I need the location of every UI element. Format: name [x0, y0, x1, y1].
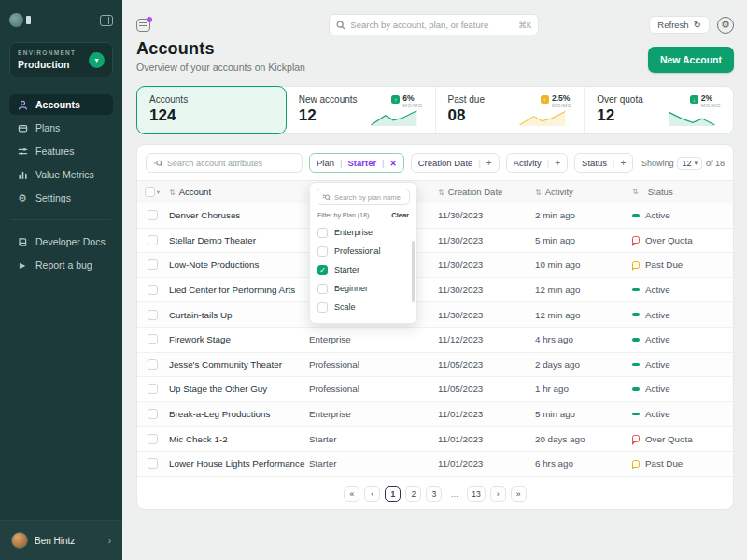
table-row[interactable]: Stellar Demo Theater Starter 11/30/2023 …	[137, 229, 733, 254]
checkbox-icon[interactable]	[317, 246, 328, 257]
sidebar-item-plans[interactable]: Plans	[9, 118, 113, 138]
refresh-button[interactable]: Refresh ↻	[649, 16, 710, 34]
sparkline-down-icon	[663, 109, 721, 127]
plan-option[interactable]: Starter	[317, 260, 410, 279]
remove-filter-icon[interactable]: ✕	[390, 159, 397, 168]
status-icon	[632, 288, 640, 292]
changelog-icon[interactable]	[136, 19, 150, 32]
pagination-button[interactable]: 3	[426, 486, 442, 502]
sort-icon[interactable]: ⇅	[535, 189, 542, 197]
filter-chip[interactable]: Activity | +	[506, 153, 568, 173]
row-checkbox[interactable]	[148, 310, 158, 320]
add-filter-icon[interactable]: +	[620, 158, 626, 168]
checkbox-icon[interactable]	[317, 228, 328, 238]
filter-chip[interactable]: Status | +	[574, 153, 633, 173]
checkbox-icon[interactable]	[317, 302, 328, 313]
environment-selector[interactable]: ENVIRONMENT Production ▾	[9, 42, 113, 77]
pagination-button[interactable]: 13	[467, 486, 485, 502]
table-row[interactable]: Denver Choruses Starter 11/30/2023 2 min…	[137, 203, 733, 229]
checkbox-icon[interactable]	[317, 284, 328, 294]
attribute-search-input[interactable]	[167, 159, 295, 168]
page-size-select[interactable]: 12 ▾	[677, 157, 702, 170]
dropdown-scrollbar[interactable]	[412, 241, 415, 302]
row-checkbox[interactable]	[148, 384, 158, 394]
column-header-creation-date[interactable]: Creation Date	[448, 187, 503, 197]
sort-icon[interactable]: ⇅	[169, 189, 176, 197]
column-header-status[interactable]: Status	[648, 187, 673, 197]
table-row[interactable]: Lied Center for Performing Arts Starter …	[137, 278, 733, 303]
row-checkbox[interactable]	[148, 409, 158, 419]
stat-badge: 2.5%	[552, 94, 571, 103]
account-name: Firework Stage	[167, 334, 309, 344]
sidebar-collapse-icon[interactable]	[100, 15, 113, 26]
trend-down-icon: ↓	[690, 95, 698, 104]
pagination-button[interactable]: 1	[385, 486, 401, 502]
table-row[interactable]: Firework Stage Enterprise 11/12/2023 4 h…	[137, 328, 733, 353]
pagination-button[interactable]: »	[511, 486, 527, 502]
pagination-button[interactable]: 2	[405, 486, 421, 502]
attribute-search[interactable]	[146, 153, 303, 173]
sidebar-item-features[interactable]: Features	[9, 141, 113, 161]
main-content: ⌘K Refresh ↻ ⚙ Accounts Overview of your…	[122, 0, 747, 560]
table-row[interactable]: Break-a-Leg Productions Enterprise 11/01…	[137, 402, 733, 427]
chevron-down-icon[interactable]: ▾	[157, 189, 160, 196]
sidebar-item-value-metrics[interactable]: Value Metrics	[9, 164, 113, 185]
sidebar-item-accounts[interactable]: Accounts	[9, 94, 113, 115]
clear-filter-link[interactable]: Clear	[391, 211, 409, 219]
stat-label: New accounts	[299, 94, 358, 105]
sidebar-item-report-bug[interactable]: ▶ Report a bug	[9, 255, 113, 275]
plan-search[interactable]	[317, 189, 410, 205]
environment-switch-icon[interactable]: ▾	[89, 52, 105, 68]
table-row[interactable]: Mic Check 1-2 Starter 11/01/2023 20 days…	[137, 427, 733, 452]
plan-option-label: Beginner	[334, 284, 368, 293]
add-filter-icon[interactable]: +	[555, 158, 560, 168]
table-row[interactable]: Jesse's Community Theater Professional 1…	[137, 353, 733, 378]
table-row[interactable]: Curtain-tails Up Starter 11/30/2023 12 m…	[137, 302, 733, 328]
pagination-button[interactable]: ›	[490, 486, 506, 502]
add-filter-icon[interactable]: +	[486, 158, 492, 168]
row-checkbox[interactable]	[148, 285, 158, 295]
stat-card-accounts[interactable]: Accounts 124	[136, 86, 287, 134]
global-search[interactable]: ⌘K	[329, 14, 539, 35]
table-row[interactable]: Low-Note Productions Starter 11/30/2023 …	[137, 253, 733, 278]
row-checkbox[interactable]	[148, 359, 158, 370]
column-header-activity[interactable]: Activity	[545, 187, 573, 197]
book-icon	[17, 236, 28, 247]
stat-value: 12	[299, 106, 358, 125]
new-account-button[interactable]: New Account	[648, 47, 734, 73]
select-all-checkbox[interactable]	[145, 187, 155, 197]
filter-value: Starter	[347, 158, 376, 168]
row-checkbox[interactable]	[148, 434, 158, 444]
user-menu[interactable]: Ben Hintz ›	[0, 520, 122, 560]
plan-option[interactable]: Enterprise	[317, 223, 410, 242]
activity: 2 min ago	[535, 210, 632, 220]
sidebar-item-settings[interactable]: ⚙ Settings	[9, 188, 113, 208]
plan-option[interactable]: Scale	[317, 298, 410, 316]
sort-icon[interactable]: ⇅	[438, 189, 444, 197]
account-settings-icon[interactable]: ⚙	[717, 17, 734, 34]
pagination-button[interactable]: ‹	[364, 486, 380, 502]
table-row[interactable]: Lower House Lights Performance Starter 1…	[137, 452, 733, 477]
plan-option[interactable]: Professional	[317, 242, 410, 260]
row-checkbox[interactable]	[148, 235, 158, 245]
column-header-account[interactable]: Account	[179, 187, 211, 197]
row-checkbox[interactable]	[148, 259, 158, 270]
checkbox-icon[interactable]	[317, 265, 328, 275]
row-checkbox[interactable]	[148, 458, 158, 469]
stat-card-past-due[interactable]: Past due 08 ↑ 2.5% MO/MO	[436, 87, 585, 133]
sidebar-item-developer-docs[interactable]: Developer Docs	[9, 231, 113, 252]
plan-search-input[interactable]	[334, 193, 404, 202]
chevron-down-icon: ▾	[694, 160, 698, 167]
row-checkbox[interactable]	[148, 210, 158, 220]
table-row[interactable]: Up Stage the Other Guy Professional 11/0…	[137, 377, 733, 402]
stat-card-over-quota[interactable]: Over quota 12 ↓ 2% MO/MO	[585, 87, 733, 133]
pagination-button[interactable]: «	[344, 486, 359, 502]
global-search-input[interactable]	[350, 20, 514, 30]
filter-chip[interactable]: Creation Date | +	[411, 153, 500, 173]
stat-card-new-accounts[interactable]: New accounts 12 ↑ 6% MO/MO	[287, 87, 436, 133]
row-checkbox[interactable]	[148, 334, 158, 344]
plan-option[interactable]: Beginner	[317, 279, 410, 298]
filter-search-icon	[322, 189, 331, 205]
sort-icon[interactable]: ⇅	[632, 188, 639, 196]
filter-chip-plan[interactable]: Plan | Starter | ✕	[309, 153, 404, 173]
